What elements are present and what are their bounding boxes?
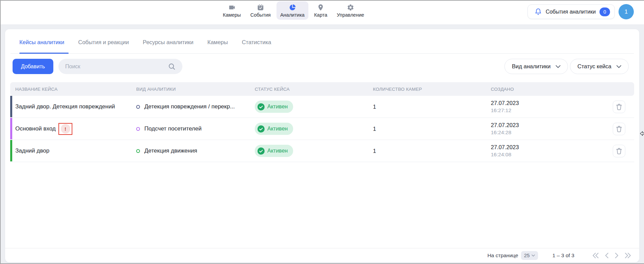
- camera-count-cell: 1: [373, 148, 491, 154]
- nav-item-map[interactable]: Карта: [310, 1, 331, 20]
- case-name-cell: Задний двор: [10, 147, 136, 154]
- delete-button[interactable]: [613, 123, 625, 135]
- created-cell: 27.07.2023 16:27:12: [491, 100, 604, 114]
- nav-label: Камеры: [223, 12, 241, 18]
- camera-count-cell: 1: [373, 104, 491, 110]
- table-row[interactable]: Основной вход ! Подсчет посетителей Акти…: [10, 118, 634, 140]
- actions-cell: [604, 145, 634, 157]
- created-cell: 27.07.2023 16:24:28: [491, 122, 604, 136]
- col-header-cameras: КОЛИЧЕСТВО КАМЕР: [373, 87, 491, 92]
- tabs-divider: [11, 53, 634, 54]
- mouse-cursor-artifact: [640, 131, 644, 138]
- case-name-cell: Основной вход !: [10, 123, 136, 135]
- analytics-type-cell: Детекция повреждения / перекр...: [136, 103, 255, 110]
- table-row[interactable]: Задний двор. Детекция повреждений Детекц…: [10, 96, 634, 118]
- status-label: Активен: [267, 148, 288, 154]
- tab-statistics[interactable]: Статистика: [242, 39, 271, 46]
- pager: [592, 253, 631, 258]
- tab-analytics-resources[interactable]: Ресурсы аналитики: [143, 39, 193, 46]
- tab-bar: Кейсы аналитики События и реакции Ресурс…: [19, 39, 271, 46]
- first-page-button[interactable]: [592, 253, 599, 258]
- status-badge: Активен: [255, 145, 293, 157]
- bell-icon: [535, 8, 542, 15]
- trash-icon: [616, 126, 622, 132]
- status-badge: Активен: [255, 123, 293, 135]
- tab-events-reactions[interactable]: События и реакции: [78, 39, 129, 46]
- created-date: 27.07.2023: [491, 100, 604, 107]
- case-name: Задний двор: [15, 147, 49, 154]
- col-header-type: ВИД АНАЛИТИКИ: [136, 87, 255, 92]
- case-name: Задний двор. Детекция повреждений: [15, 103, 115, 110]
- delete-button[interactable]: [613, 145, 625, 157]
- cases-table: НАЗВАНИЕ КЕЙСА ВИД АНАЛИТИКИ СТАТУС КЕЙС…: [10, 82, 634, 162]
- type-ring-icon: [136, 127, 140, 131]
- nav-item-management[interactable]: Управление: [333, 1, 368, 20]
- search-input[interactable]: [58, 64, 168, 70]
- col-header-name: НАЗВАНИЕ КЕЙСА: [10, 87, 136, 92]
- check-circle-icon: [257, 125, 265, 133]
- delete-button[interactable]: [613, 101, 625, 113]
- active-tab-underline: [19, 53, 69, 54]
- status-cell: Активен: [255, 145, 373, 157]
- search-icon: [168, 63, 176, 70]
- type-ring-icon: [136, 105, 140, 109]
- row-color-stripe: [10, 96, 12, 117]
- nav-label: События: [250, 12, 271, 18]
- created-time: 16:24:28: [491, 129, 604, 136]
- filter-analytics-type[interactable]: Вид аналитики: [504, 59, 568, 74]
- analytics-type-cell: Подсчет посетителей: [136, 125, 255, 132]
- status-cell: Активен: [255, 123, 373, 135]
- pie-chart-icon: [289, 4, 296, 11]
- status-label: Активен: [267, 104, 288, 110]
- nav-item-cameras[interactable]: Камеры: [219, 1, 245, 20]
- created-date: 27.07.2023: [491, 122, 604, 129]
- page-range: 1 – 3 of 3: [552, 252, 574, 259]
- tab-analytics-cases[interactable]: Кейсы аналитики: [19, 39, 64, 46]
- table-row[interactable]: Задний двор Детекция движения Активен 1 …: [10, 140, 634, 162]
- table-footer: На странице 25 1 – 3 of 3: [5, 248, 639, 262]
- type-ring-icon: [136, 149, 140, 153]
- gear-icon: [347, 4, 354, 11]
- table-header: НАЗВАНИЕ КЕЙСА ВИД АНАЛИТИКИ СТАТУС КЕЙС…: [10, 82, 634, 96]
- nav-item-analytics[interactable]: Аналитика: [276, 1, 308, 20]
- content-card: Кейсы аналитики События и реакции Ресурс…: [5, 29, 639, 262]
- nav-item-events[interactable]: События: [247, 1, 274, 20]
- actions-cell: [604, 123, 634, 135]
- search-box[interactable]: [58, 59, 182, 74]
- trash-icon: [616, 104, 622, 110]
- case-name-cell: Задний двор. Детекция повреждений: [10, 103, 136, 110]
- check-circle-icon: [257, 147, 265, 155]
- analytics-type: Подсчет посетителей: [144, 125, 201, 132]
- prev-page-button[interactable]: [605, 253, 609, 258]
- per-page-value: 25: [524, 252, 530, 258]
- tab-cameras[interactable]: Камеры: [208, 39, 228, 46]
- nav-label: Карта: [314, 12, 327, 18]
- status-badge: Активен: [255, 101, 293, 113]
- filter-label: Статус кейса: [577, 63, 611, 70]
- chevron-down-icon: [532, 254, 535, 257]
- nav-label: Управление: [337, 12, 364, 18]
- created-time: 16:27:12: [491, 107, 604, 114]
- calendar-check-icon: [257, 4, 264, 11]
- warning-icon: !: [61, 124, 70, 134]
- camera-count-cell: 1: [373, 126, 491, 132]
- analytics-type-cell: Детекция движения: [136, 147, 255, 154]
- camera-icon: [228, 4, 236, 11]
- check-circle-icon: [257, 103, 265, 110]
- row-color-stripe: [10, 140, 12, 161]
- last-page-button[interactable]: [625, 253, 631, 258]
- chevron-down-icon: [616, 65, 621, 68]
- trash-icon: [616, 148, 622, 154]
- next-page-button[interactable]: [615, 253, 619, 258]
- analytics-events-button[interactable]: События аналитики 0: [527, 4, 615, 19]
- status-label: Активен: [267, 126, 288, 132]
- per-page-select[interactable]: 25: [521, 251, 538, 260]
- actions-cell: [604, 101, 634, 113]
- created-date: 27.07.2023: [491, 144, 604, 151]
- avatar[interactable]: 1: [619, 4, 634, 19]
- events-button-label: События аналитики: [545, 9, 596, 15]
- col-header-status: СТАТУС КЕЙСА: [255, 87, 373, 92]
- filter-case-status[interactable]: Статус кейса: [570, 59, 629, 74]
- filter-label: Вид аналитики: [512, 63, 551, 70]
- add-button[interactable]: Добавить: [13, 59, 53, 74]
